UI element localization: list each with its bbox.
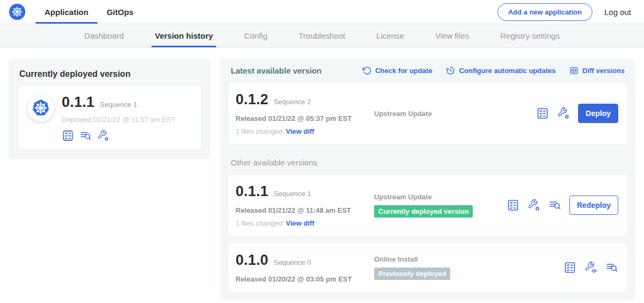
deployed-version-number: 0.1.1 (62, 94, 94, 111)
files-changed: 1 files changedView diff (236, 219, 374, 227)
other-versions-heading: Other available versions (231, 158, 625, 167)
diff-icon (569, 66, 579, 75)
currently-deployed-card: Currently deployed version 0.1.1 Sequenc… (9, 59, 210, 159)
released-timestamp: Released 01/20/22 @ 03:05 pm EST (236, 275, 374, 283)
active-subnav-underline (151, 46, 216, 47)
logout-link[interactable]: Log out (604, 8, 631, 17)
app-logo (9, 0, 26, 24)
version-number: 0.1.1 (236, 183, 268, 200)
redeploy-button[interactable]: Redeploy (569, 196, 618, 215)
add-application-button[interactable]: Add a new application (497, 3, 592, 21)
version-number: 0.1.0 (236, 252, 268, 269)
source-label: Upstream Update (374, 110, 536, 118)
version-history-panel: Latest available version Check for updat… (220, 59, 635, 300)
view-config-icon[interactable] (584, 261, 597, 274)
latest-available-heading: Latest available version (231, 66, 362, 75)
panel-action-links: Check for update Configure automatic upd… (362, 66, 625, 75)
tab-gitops[interactable]: GitOps (98, 0, 143, 24)
subnav-item-dashboard[interactable]: Dashboard (84, 24, 123, 47)
edit-config-icon[interactable] (97, 129, 109, 142)
edit-config-icon[interactable] (528, 199, 540, 212)
deployed-sequence-label: Sequence 1 (100, 100, 137, 109)
header-actions: Add a new application Log out (497, 0, 631, 24)
preflight-checks-icon[interactable] (536, 107, 549, 120)
app-icon-badge (27, 94, 55, 122)
subnav-item-config[interactable]: Config (244, 24, 267, 47)
released-timestamp: Released 01/21/22 @ 11:48 am EST (236, 206, 374, 214)
schedule-update-icon (446, 66, 455, 75)
deployed-action-icons (62, 129, 175, 142)
configure-automatic-updates-link[interactable]: Configure automatic updates (446, 66, 555, 75)
subnav-item-version-history[interactable]: Version history (155, 24, 213, 47)
deployed-version-info: 0.1.1 Sequence 1 Deployed 01/21/22 @ 11:… (62, 94, 175, 142)
currently-deployed-badge: Currently deployed version (374, 205, 473, 218)
deployed-timestamp: Deployed 01/21/22 @ 11:57 am EST (62, 116, 175, 124)
version-info: 0.1.1 Sequence 1 Released 01/21/22 @ 11:… (236, 183, 374, 227)
view-diff-link[interactable]: View diff (286, 219, 314, 227)
diff-versions-link[interactable]: Diff versions (569, 66, 625, 75)
version-actions: Redeploy (507, 196, 619, 215)
edit-config-icon[interactable] (557, 107, 570, 120)
app-subnav: Dashboard Version history Config Trouble… (0, 24, 644, 48)
view-logs-icon[interactable] (548, 199, 561, 212)
deploy-button[interactable]: Deploy (578, 104, 618, 123)
sequence-label: Sequence 2 (274, 98, 311, 106)
version-info: 0.1.0 Sequence 0 Released 01/20/22 @ 03:… (236, 252, 374, 283)
app-header: Application GitOps Add a new application… (0, 0, 644, 24)
source-label: Online Install (374, 255, 564, 263)
sequence-label: Sequence 1 (274, 190, 311, 198)
view-logs-icon[interactable] (79, 129, 92, 142)
deployed-version-card: 0.1.1 Sequence 1 Deployed 01/21/22 @ 11:… (18, 86, 201, 149)
tab-application-label: Application (45, 8, 89, 17)
sequence-label: Sequence 0 (274, 258, 311, 266)
subnav-item-view-files[interactable]: View files (435, 24, 469, 47)
kubernetes-logo-icon (9, 3, 26, 20)
version-row-0-1-1: 0.1.1 Sequence 1 Released 01/21/22 @ 11:… (229, 175, 627, 236)
deployed-card-title: Currently deployed version (19, 69, 201, 79)
check-for-update-link[interactable]: Check for update (362, 66, 432, 75)
version-actions: Deploy (536, 104, 619, 123)
tab-gitops-label: GitOps (107, 8, 134, 17)
version-source: Upstream Update (374, 110, 536, 118)
preflight-checks-icon[interactable] (564, 261, 576, 274)
version-info: 0.1.2 Sequence 2 Released 01/21/22 @ 05:… (236, 91, 374, 135)
version-row-0-1-0: 0.1.0 Sequence 0 Released 01/20/22 @ 03:… (229, 243, 627, 292)
version-actions (564, 261, 619, 274)
preflight-checks-icon[interactable] (62, 129, 74, 142)
preflight-checks-icon[interactable] (507, 199, 519, 212)
kubernetes-heptagon-icon (30, 97, 52, 119)
refresh-icon (362, 66, 371, 75)
version-number: 0.1.2 (236, 91, 268, 108)
view-diff-link[interactable]: View diff (286, 127, 314, 135)
previously-deployed-badge: Previously deployed (374, 268, 450, 280)
view-logs-icon[interactable] (605, 261, 618, 274)
panel-header: Latest available version Check for updat… (229, 66, 627, 75)
files-changed: 1 files changedView diff (236, 127, 374, 135)
subnav-item-registry-settings[interactable]: Registry settings (500, 24, 560, 47)
main-content: Currently deployed version 0.1.1 Sequenc… (0, 48, 644, 303)
tab-application[interactable]: Application (35, 0, 98, 24)
released-timestamp: Released 01/21/22 @ 05:37 pm EST (236, 114, 374, 122)
source-label: Upstream Update (374, 193, 507, 201)
subnav-item-license[interactable]: License (376, 24, 404, 47)
version-source: Upstream Update Currently deployed versi… (374, 193, 507, 218)
active-tab-underline (35, 22, 98, 24)
version-row-0-1-2: 0.1.2 Sequence 2 Released 01/21/22 @ 05:… (229, 83, 627, 144)
subnav-item-troubleshoot[interactable]: Troubleshoot (298, 24, 345, 47)
version-source: Online Install Previously deployed (374, 255, 564, 280)
